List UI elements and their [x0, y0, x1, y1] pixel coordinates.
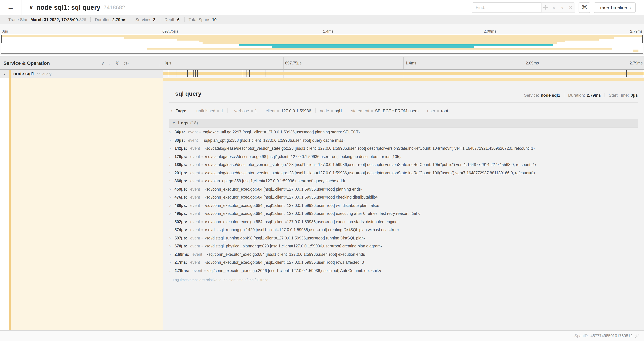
column-resizer-handle[interactable]: [158, 64, 159, 68]
minimap-left-scrubber[interactable]: [1, 35, 2, 43]
summary-label: Trace Start: [8, 17, 29, 22]
log-row[interactable]: › 597μs: event = ‹sql/distsql_running.go…: [169, 235, 638, 244]
chevron-right-icon: ›: [169, 187, 174, 191]
timeline-column: 1.4ms: [403, 57, 524, 69]
collapse-all-icon[interactable]: ≫: [115, 61, 120, 65]
log-event-tick: [266, 70, 266, 77]
log-timestamp: 189μs:: [174, 163, 187, 167]
log-row[interactable]: › 2.7ms: event = ‹sql/conn_executor_exec…: [169, 260, 638, 268]
minimap-right-scrubber[interactable]: [642, 35, 643, 43]
tag-equals: =: [371, 109, 373, 113]
tags-section[interactable]: › Tags: _unfinished = 1 _verbose =: [169, 103, 638, 117]
log-field-value: ‹sql/distsql_running.go:1420 [nsql1,clie…: [205, 228, 399, 232]
log-field-key: event: [190, 236, 200, 240]
log-row[interactable]: › 495μs: event = ‹sql/conn_executor_exec…: [169, 211, 638, 219]
tag-equals: =: [217, 109, 219, 113]
log-event-tick: [246, 70, 247, 77]
minimap-canvas[interactable]: [1, 35, 643, 54]
log-event-tick: [226, 70, 226, 77]
log-field-key: event: [190, 220, 200, 224]
log-row[interactable]: › 476μs: event = ‹sql/conn_executor_exec…: [169, 195, 638, 203]
log-row[interactable]: › 486μs: event = ‹sql/conn_executor_exec…: [169, 203, 638, 211]
log-row[interactable]: › 574μs: event = ‹sql/distsql_running.go…: [169, 227, 638, 235]
expand-one-icon[interactable]: ›: [109, 61, 110, 65]
trace-minimap: 0μs 697.75μs 1.4ms 2.09ms 2.79ms: [0, 24, 644, 56]
span-duration-bar[interactable]: [163, 72, 644, 75]
tag-equals: =: [277, 109, 280, 113]
log-field-key: event: [190, 203, 200, 207]
collapse-trace-icon[interactable]: ∨: [29, 4, 33, 11]
log-field-value: ‹sql/conn_executor_exec.go:684 [nsql1,cl…: [205, 260, 365, 264]
log-field-value: ‹sql/conn_executor_exec.go:2046 [nsql1,c…: [207, 268, 381, 272]
log-event-tick: [626, 70, 627, 77]
log-field-value: ‹sql/conn_executor_exec.go:684 [nsql1,cl…: [207, 252, 366, 256]
back-button[interactable]: ←: [0, 0, 22, 15]
span-row-name-cell[interactable]: ∨ node sql1 sql query: [0, 70, 163, 78]
log-event-tick: [280, 70, 280, 77]
timeline-column: 697.75μs: [283, 57, 403, 69]
prev-result-icon[interactable]: ∧: [550, 3, 558, 12]
chevron-right-icon: ›: [169, 203, 174, 208]
log-row[interactable]: › 678μs: event = ‹sql/distsql_physical_p…: [169, 244, 638, 252]
chevron-right-icon: ›: [169, 219, 174, 224]
log-field-key: event: [188, 130, 198, 134]
log-field-value: ‹sql/conn_executor_exec.go:684 [nsql1,cl…: [205, 203, 379, 207]
tag-equals: =: [251, 109, 253, 113]
minimap-span-bar: [147, 48, 612, 50]
log-row[interactable]: › 459μs: event = ‹sql/conn_executor_exec…: [169, 187, 638, 195]
minimap-span-bar: [177, 39, 599, 41]
log-row[interactable]: › 80μs: event = ‹sql/plan_opt.go:358 [ns…: [169, 138, 638, 146]
logs-section-header[interactable]: ∨ Logs (18): [169, 119, 638, 128]
log-timestamp: 201μs:: [174, 171, 187, 175]
log-event-tick: [176, 70, 177, 77]
log-equals: =: [201, 171, 204, 175]
span-detail-row: sql query Service: node sql1 Duration: 2…: [0, 78, 644, 330]
log-row[interactable]: › 2.79ms: event = ‹sql/conn_executor_exe…: [169, 268, 638, 276]
log-timestamp: 459μs:: [174, 187, 187, 191]
tag-key: _unfinished: [194, 108, 215, 113]
log-field-value: ‹sql/exec_util.go:2297 [nsql1,client=127…: [203, 130, 360, 134]
collapse-controls: ∨ › ≫ ≫: [101, 61, 129, 65]
collapse-one-icon[interactable]: ∨: [101, 61, 104, 65]
log-field-value: ‹sql/distsql_physical_planner.go:828 [ns…: [205, 244, 382, 248]
logs-label: Logs: [178, 121, 188, 125]
timeline-column: 2.09ms: [524, 57, 644, 69]
timeline-header: Service & Operation ∨ › ≫ ≫ 0μs 697.75μs…: [0, 57, 644, 70]
log-timestamp: 366μs:: [174, 179, 187, 183]
deep-link-icon[interactable]: [634, 333, 639, 338]
span-row-timeline-cell[interactable]: [163, 70, 644, 78]
log-row[interactable]: › 201μs: event = ‹sql/catalog/lease/desc…: [169, 170, 638, 178]
log-row[interactable]: › 2.69ms: event = ‹sql/conn_executor_exe…: [169, 252, 638, 260]
log-field-value: ‹sql/conn_executor_exec.go:684 [nsql1,cl…: [205, 195, 378, 199]
keyboard-shortcuts-button[interactable]: ⌘: [578, 2, 590, 13]
minimap-span-bar: [272, 46, 474, 48]
top-bar-controls: ∧ ∨ ✕ ⌘ Trace Timeline ∨: [472, 2, 644, 13]
log-row[interactable]: › 366μs: event = ‹sql/plan_opt.go:358 [n…: [169, 178, 638, 187]
timeline-header-ruler: 0μs 697.75μs 1.4ms 2.09ms 2.79ms: [163, 57, 644, 69]
log-row[interactable]: › 502μs: event = ‹sql/conn_executor_exec…: [169, 219, 638, 227]
chevron-right-icon: ›: [169, 260, 174, 265]
tag-key: node: [320, 108, 329, 113]
locate-icon[interactable]: [542, 3, 550, 12]
log-equals: =: [204, 268, 206, 272]
chevron-right-icon: ›: [171, 108, 172, 113]
span-service-meta: Service: node sql1: [520, 93, 564, 97]
log-row[interactable]: › 34μs: event = ‹sql/exec_util.go:2297 […: [169, 130, 638, 138]
next-result-icon[interactable]: ∨: [558, 3, 566, 12]
log-row[interactable]: › 176μs: event = ‹sql/catalog/descs/desc…: [169, 154, 638, 162]
summary-item: Depth 6: [160, 17, 184, 22]
clear-search-icon[interactable]: ✕: [566, 3, 575, 12]
log-row[interactable]: › 189μs: event = ‹sql/catalog/lease/desc…: [169, 162, 638, 170]
tag-key: statement: [351, 108, 369, 113]
find-input[interactable]: [472, 2, 541, 13]
log-equals: =: [201, 187, 204, 191]
span-service-name: node sql1: [13, 71, 34, 76]
chevron-right-icon: ›: [169, 178, 174, 183]
tag-value: 1: [255, 108, 257, 113]
log-row[interactable]: › 142μs: event = ‹sql/catalog/lease/desc…: [169, 146, 638, 154]
collapse-span-icon[interactable]: ∨: [3, 72, 6, 75]
expand-all-icon[interactable]: ≫: [124, 61, 129, 65]
span-id-label: SpanID:: [574, 334, 589, 338]
view-selector-button[interactable]: Trace Timeline ∨: [594, 2, 636, 13]
summary-value-suffix: .326: [78, 17, 86, 22]
